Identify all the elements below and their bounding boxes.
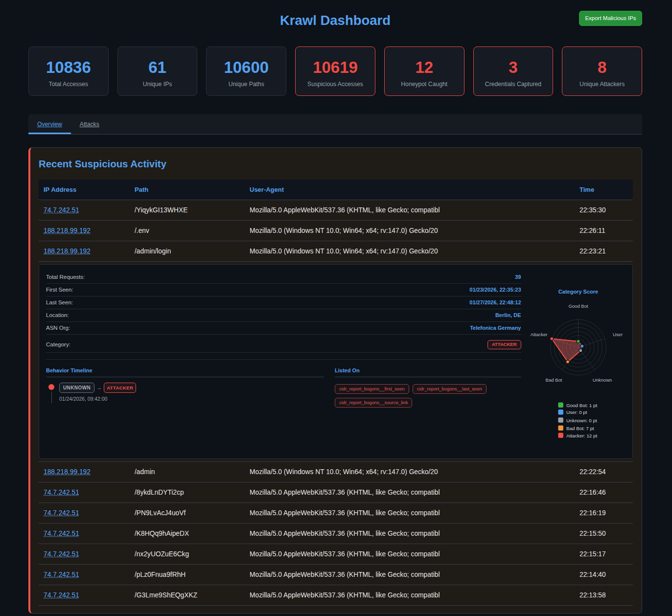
svg-text:Attacker: 12 pt: Attacker: 12 pt	[566, 433, 597, 438]
svg-text:Unknown: Unknown	[592, 377, 612, 383]
svg-text:User: User	[613, 331, 623, 337]
svg-text:User: 0 pt: User: 0 pt	[566, 410, 587, 415]
svg-text:Bad Bot: Bad Bot	[545, 377, 562, 383]
svg-text:Good Bot: Good Bot	[568, 303, 588, 308]
svg-text:Unknown: 0 pt: Unknown: 0 pt	[566, 417, 597, 423]
svg-text:Bad Bot: 7 pt: Bad Bot: 7 pt	[566, 425, 594, 431]
svg-text:Attacker: Attacker	[530, 331, 547, 337]
svg-text:Good Bot: 1 pt: Good Bot: 1 pt	[566, 402, 597, 408]
svg-text:Category Score: Category Score	[558, 289, 598, 295]
